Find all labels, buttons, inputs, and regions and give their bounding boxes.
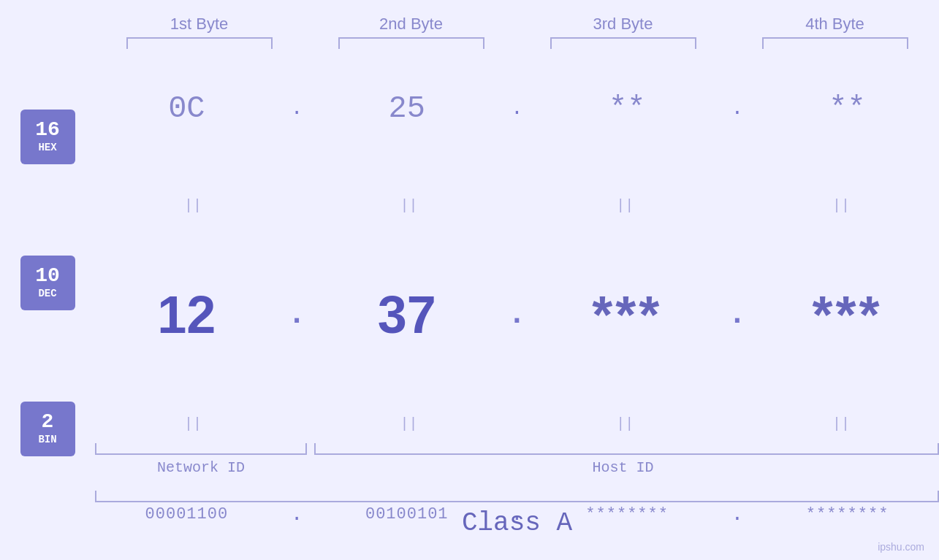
eq-1: || bbox=[120, 197, 266, 214]
dec-badge-label: DEC bbox=[38, 288, 56, 299]
byte-4-header: 4th Byte bbox=[762, 15, 908, 34]
eq2-3: || bbox=[552, 415, 698, 432]
dec-dot-1: . bbox=[282, 297, 311, 332]
class-bracket-row: Class A bbox=[95, 491, 939, 538]
class-bracket bbox=[95, 491, 939, 502]
hex-dot-2: . bbox=[502, 97, 531, 120]
main-container: 1st Byte 2nd Byte 3rd Byte 4th Byte 16 H… bbox=[0, 0, 939, 560]
eq2-1: || bbox=[120, 415, 266, 432]
dec-badge: 10 DEC bbox=[20, 256, 75, 310]
network-id-label: Network ID bbox=[95, 459, 307, 476]
bottom-section: Network ID Host ID Class A bbox=[95, 443, 939, 538]
dec-cell-2: 37 bbox=[334, 285, 480, 345]
eq-4: || bbox=[768, 197, 914, 214]
hex-dot-3: . bbox=[723, 97, 752, 120]
hex-badge-label: HEX bbox=[38, 142, 56, 153]
byte-1-header: 1st Byte bbox=[126, 15, 273, 34]
dec-row: 12 . 37 . *** . *** bbox=[102, 285, 932, 345]
host-id-label: Host ID bbox=[307, 459, 939, 476]
network-bracket bbox=[95, 443, 307, 455]
hex-badge: 16 HEX bbox=[20, 110, 75, 164]
hex-cell-1: 0C bbox=[113, 91, 259, 126]
badges-column: 16 HEX 10 DEC 2 BIN bbox=[0, 56, 95, 560]
hex-cell-4: ** bbox=[775, 91, 921, 126]
id-labels-row: Network ID Host ID bbox=[95, 459, 939, 476]
eq2-4: || bbox=[768, 415, 914, 432]
top-brackets bbox=[95, 37, 939, 49]
equals-row-2: || || || || bbox=[102, 415, 932, 432]
eq2-2: || bbox=[336, 415, 482, 432]
hex-dot-1: . bbox=[282, 97, 311, 120]
dec-cell-4: *** bbox=[775, 285, 921, 345]
equals-row-1: || || || || bbox=[102, 197, 932, 214]
dec-cell-1: 12 bbox=[113, 285, 259, 345]
bracket-3 bbox=[550, 37, 696, 49]
eq-3: || bbox=[552, 197, 698, 214]
network-host-brackets bbox=[95, 443, 939, 455]
bin-badge: 2 BIN bbox=[20, 402, 75, 456]
hex-badge-number: 16 bbox=[35, 120, 60, 140]
eq-2: || bbox=[336, 197, 482, 214]
bin-badge-label: BIN bbox=[38, 434, 56, 445]
byte-headers: 1st Byte 2nd Byte 3rd Byte 4th Byte bbox=[95, 15, 939, 34]
hex-cell-3: ** bbox=[554, 91, 700, 126]
bracket-1 bbox=[126, 37, 273, 49]
dec-dot-2: . bbox=[502, 297, 531, 332]
byte-2-header: 2nd Byte bbox=[338, 15, 484, 34]
byte-3-header: 3rd Byte bbox=[550, 15, 696, 34]
dec-cell-3: *** bbox=[554, 285, 700, 345]
bin-badge-number: 2 bbox=[42, 412, 54, 432]
dec-dot-3: . bbox=[723, 297, 752, 332]
class-label: Class A bbox=[95, 508, 939, 538]
bracket-2 bbox=[338, 37, 484, 49]
dec-badge-number: 10 bbox=[35, 266, 60, 286]
hex-row: 0C . 25 . ** . ** bbox=[102, 91, 932, 126]
host-bracket bbox=[314, 443, 939, 455]
bracket-4 bbox=[762, 37, 908, 49]
hex-cell-2: 25 bbox=[334, 91, 480, 126]
watermark: ipshu.com bbox=[878, 541, 924, 553]
